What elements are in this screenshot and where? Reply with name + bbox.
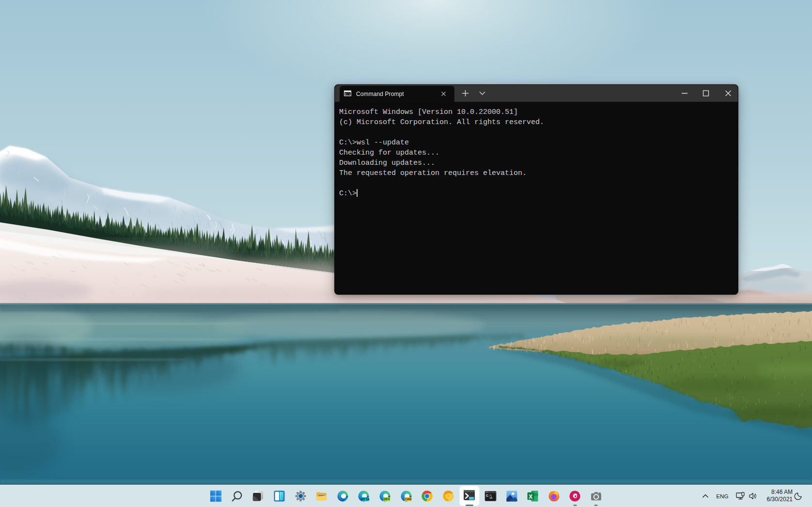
- svg-text:DEV: DEV: [384, 497, 390, 501]
- svg-text:CAN: CAN: [405, 497, 411, 501]
- svg-text:C:\: C:\: [486, 494, 492, 498]
- svg-text:C:\: C:\: [345, 93, 350, 96]
- svg-text:X: X: [529, 493, 533, 500]
- svg-text:BETA: BETA: [361, 497, 370, 501]
